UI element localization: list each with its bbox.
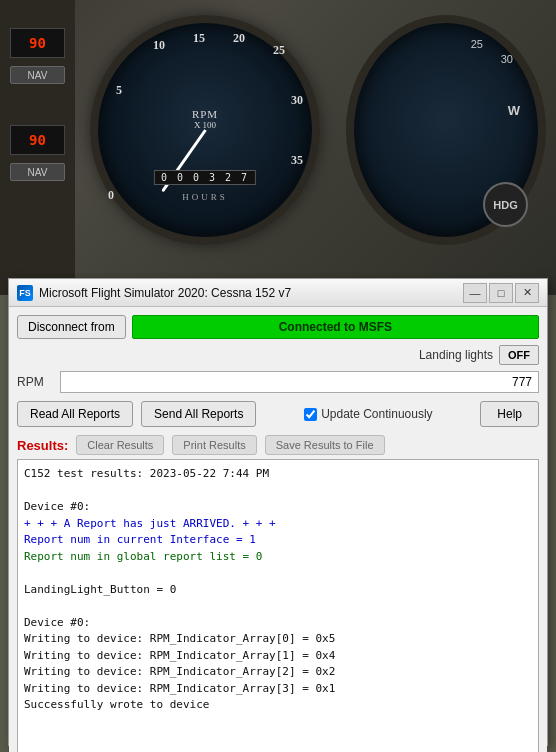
results-line: Report num in current Interface = 1 [24, 532, 532, 549]
hours-label: HOURS [182, 192, 228, 202]
results-line: Writing to device: RPM_Indicator_Array[0… [24, 631, 532, 648]
results-header: Results: Clear Results Print Results Sav… [17, 435, 539, 455]
gauge-num-0: 0 [108, 188, 114, 203]
update-continuously-label[interactable]: Update Continuously [321, 407, 432, 421]
update-checkbox-container: Update Continuously [264, 407, 472, 421]
rpm-gauge: 5 10 15 20 25 30 35 0 RPM X 100 0 0 0 3 … [90, 15, 320, 245]
compass-30: 30 [501, 53, 513, 65]
save-results-button[interactable]: Save Results to File [265, 435, 385, 455]
results-line [24, 598, 532, 615]
dialog-icon: FS [17, 285, 33, 301]
left-instrument-panel: 90 NAV 90 NAV [0, 0, 75, 295]
nav-button-1[interactable]: NAV [10, 66, 65, 84]
dialog-titlebar: FS Microsoft Flight Simulator 2020: Cess… [9, 279, 547, 307]
main-dialog: FS Microsoft Flight Simulator 2020: Cess… [8, 278, 548, 746]
results-line: Report num in global report list = 0 [24, 549, 532, 566]
send-all-reports-button[interactable]: Send All Reports [141, 401, 256, 427]
print-results-button[interactable]: Print Results [172, 435, 256, 455]
help-button[interactable]: Help [480, 401, 539, 427]
results-title: Results: [17, 438, 68, 453]
cockpit-background: 90 NAV 90 NAV 5 10 15 20 25 30 35 0 RPM … [0, 0, 556, 295]
gauge-num-10: 10 [153, 38, 165, 53]
read-all-reports-button[interactable]: Read All Reports [17, 401, 133, 427]
lights-off-button[interactable]: OFF [499, 345, 539, 365]
gauge-num-35: 35 [291, 153, 303, 168]
results-line: Successfully wrote to device [24, 697, 532, 714]
maximize-button[interactable]: □ [489, 283, 513, 303]
results-line: C152 test results: 2023-05-22 7:44 PM [24, 466, 532, 483]
gauge-num-15: 15 [193, 31, 205, 46]
heading-gauge: W 30 25 HDG [346, 15, 546, 245]
dialog-title: Microsoft Flight Simulator 2020: Cessna … [39, 286, 461, 300]
compass-25: 25 [471, 38, 483, 50]
update-continuously-checkbox[interactable] [304, 408, 317, 421]
results-line: Writing to device: RPM_Indicator_Array[3… [24, 681, 532, 698]
indicator-display-1: 90 [10, 28, 65, 58]
rpm-gauge-label: RPM X 100 [192, 108, 218, 130]
results-line: LandingLight_Button = 0 [24, 582, 532, 599]
west-label: W [508, 103, 520, 118]
rpm-row: RPM [17, 371, 539, 393]
disconnect-button[interactable]: Disconnect from [17, 315, 126, 339]
results-line: + + + A Report has just ARRIVED. + + + [24, 516, 532, 533]
results-line: Writing to device: RPM_Indicator_Array[1… [24, 648, 532, 665]
action-buttons-row: Read All Reports Send All Reports Update… [17, 401, 539, 427]
results-line [24, 483, 532, 500]
nav-button-2[interactable]: NAV [10, 163, 65, 181]
results-line [24, 565, 532, 582]
gauge-num-20: 20 [233, 31, 245, 46]
hdg-badge: HDG [483, 182, 528, 227]
results-line: Device #0: [24, 499, 532, 516]
connect-row: Disconnect from Connected to MSFS [17, 315, 539, 339]
results-area[interactable]: C152 test results: 2023-05-22 7:44 PM De… [17, 459, 539, 752]
results-line: Device #0: [24, 615, 532, 632]
close-button[interactable]: ✕ [515, 283, 539, 303]
gauge-num-25: 25 [273, 43, 285, 58]
clear-results-button[interactable]: Clear Results [76, 435, 164, 455]
connected-status: Connected to MSFS [132, 315, 539, 339]
gauge-num-5: 5 [116, 83, 122, 98]
gauge-num-30: 30 [291, 93, 303, 108]
lights-row: Landing lights OFF [17, 345, 539, 365]
dialog-body: Disconnect from Connected to MSFS Landin… [9, 307, 547, 752]
rpm-field-label: RPM [17, 375, 52, 389]
landing-lights-label: Landing lights [419, 348, 493, 362]
indicator-display-2: 90 [10, 125, 65, 155]
minimize-button[interactable]: — [463, 283, 487, 303]
rpm-input[interactable] [60, 371, 539, 393]
results-line: Writing to device: RPM_Indicator_Array[2… [24, 664, 532, 681]
rpm-counter: 0 0 0 3 2 7 [154, 170, 256, 185]
